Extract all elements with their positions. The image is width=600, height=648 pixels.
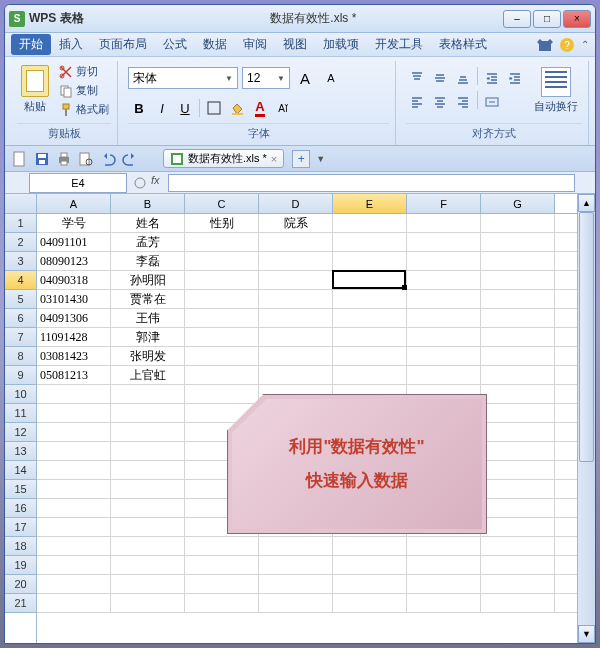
increase-font-button[interactable]: A — [294, 67, 316, 89]
column-header[interactable]: E — [333, 194, 407, 213]
cell[interactable] — [407, 347, 481, 365]
row-header[interactable]: 6 — [5, 309, 36, 328]
underline-button[interactable]: U — [174, 97, 196, 119]
row-header[interactable]: 5 — [5, 290, 36, 309]
cell[interactable] — [259, 233, 333, 251]
cell[interactable] — [333, 271, 407, 289]
cell[interactable]: 上官虹 — [111, 366, 185, 384]
cell[interactable] — [111, 385, 185, 403]
cell[interactable] — [185, 594, 259, 612]
ribbon-tab[interactable]: 插入 — [51, 34, 91, 55]
cell[interactable] — [185, 271, 259, 289]
column-header[interactable]: G — [481, 194, 555, 213]
cell[interactable] — [333, 594, 407, 612]
cell[interactable]: 03081423 — [37, 347, 111, 365]
formula-input[interactable] — [168, 174, 575, 192]
row-header[interactable]: 17 — [5, 518, 36, 537]
increase-indent-button[interactable] — [504, 67, 526, 89]
row-header[interactable]: 10 — [5, 385, 36, 404]
cell[interactable] — [333, 252, 407, 270]
cell[interactable] — [111, 575, 185, 593]
cell[interactable] — [37, 442, 111, 460]
ribbon-tab[interactable]: 视图 — [275, 34, 315, 55]
cell[interactable] — [185, 233, 259, 251]
print-preview-button[interactable] — [77, 150, 95, 168]
cell[interactable] — [407, 290, 481, 308]
ribbon-tab[interactable]: 开始 — [11, 34, 51, 55]
cell[interactable] — [37, 518, 111, 536]
cell[interactable] — [407, 252, 481, 270]
column-header[interactable]: C — [185, 194, 259, 213]
cell[interactable] — [185, 537, 259, 555]
scroll-down-button[interactable]: ▼ — [578, 625, 595, 643]
cell[interactable] — [481, 290, 555, 308]
font-size-combo[interactable]: 12▼ — [242, 67, 290, 89]
row-header[interactable]: 11 — [5, 404, 36, 423]
cell[interactable] — [259, 556, 333, 574]
row-header[interactable]: 16 — [5, 499, 36, 518]
wrap-text-button[interactable]: 自动换行 — [530, 63, 582, 118]
cell[interactable]: 贾常在 — [111, 290, 185, 308]
cell[interactable] — [481, 575, 555, 593]
cell[interactable]: 04090318 — [37, 271, 111, 289]
align-middle-button[interactable] — [429, 67, 451, 89]
callout-shape[interactable]: 利用"数据有效性" 快速输入数据 — [227, 394, 487, 534]
select-all-corner[interactable] — [5, 194, 36, 214]
ribbon-tab[interactable]: 加载项 — [315, 34, 367, 55]
cell[interactable] — [259, 347, 333, 365]
ribbon-tab[interactable]: 审阅 — [235, 34, 275, 55]
cell[interactable] — [111, 594, 185, 612]
align-right-button[interactable] — [452, 91, 474, 113]
cell[interactable]: 11091428 — [37, 328, 111, 346]
column-header[interactable]: A — [37, 194, 111, 213]
cell[interactable] — [481, 442, 555, 460]
help-icon[interactable]: ? — [559, 37, 575, 53]
cell[interactable] — [37, 423, 111, 441]
cell[interactable] — [333, 328, 407, 346]
cell[interactable] — [407, 328, 481, 346]
cell[interactable] — [259, 309, 333, 327]
cell[interactable]: 孟芳 — [111, 233, 185, 251]
cell[interactable] — [111, 518, 185, 536]
cell[interactable] — [185, 309, 259, 327]
ribbon-tab[interactable]: 表格样式 — [431, 34, 495, 55]
row-header[interactable]: 4 — [5, 271, 36, 290]
minimize-button[interactable]: – — [503, 10, 531, 28]
align-left-button[interactable] — [406, 91, 428, 113]
cell[interactable] — [481, 480, 555, 498]
cell[interactable] — [481, 214, 555, 232]
cell[interactable] — [481, 537, 555, 555]
cell[interactable] — [37, 480, 111, 498]
print-button[interactable] — [55, 150, 73, 168]
row-header[interactable]: 1 — [5, 214, 36, 233]
format-painter-button[interactable]: 格式刷 — [57, 101, 111, 118]
row-header[interactable]: 12 — [5, 423, 36, 442]
cell[interactable] — [407, 537, 481, 555]
cell[interactable] — [481, 328, 555, 346]
row-header[interactable]: 19 — [5, 556, 36, 575]
cell[interactable] — [481, 252, 555, 270]
cell[interactable] — [37, 461, 111, 479]
ribbon-tab[interactable]: 公式 — [155, 34, 195, 55]
cell[interactable] — [185, 347, 259, 365]
redo-button[interactable] — [121, 150, 139, 168]
cell[interactable] — [407, 594, 481, 612]
cell[interactable] — [259, 366, 333, 384]
cell[interactable] — [333, 214, 407, 232]
copy-button[interactable]: 复制 — [57, 82, 111, 99]
cell[interactable] — [259, 252, 333, 270]
border-button[interactable] — [203, 97, 225, 119]
cell[interactable] — [111, 404, 185, 422]
cell[interactable] — [333, 575, 407, 593]
vertical-scrollbar[interactable]: ▲ ▼ — [577, 194, 595, 643]
document-tab[interactable]: 数据有效性.xls * × — [163, 149, 284, 168]
phonetic-button[interactable]: Aĭ — [272, 97, 294, 119]
cell[interactable] — [37, 404, 111, 422]
cell[interactable]: 李磊 — [111, 252, 185, 270]
maximize-button[interactable]: □ — [533, 10, 561, 28]
cell[interactable] — [37, 385, 111, 403]
cell[interactable] — [481, 309, 555, 327]
cell[interactable] — [333, 347, 407, 365]
font-color-button[interactable]: A — [249, 97, 271, 119]
cell[interactable] — [481, 499, 555, 517]
